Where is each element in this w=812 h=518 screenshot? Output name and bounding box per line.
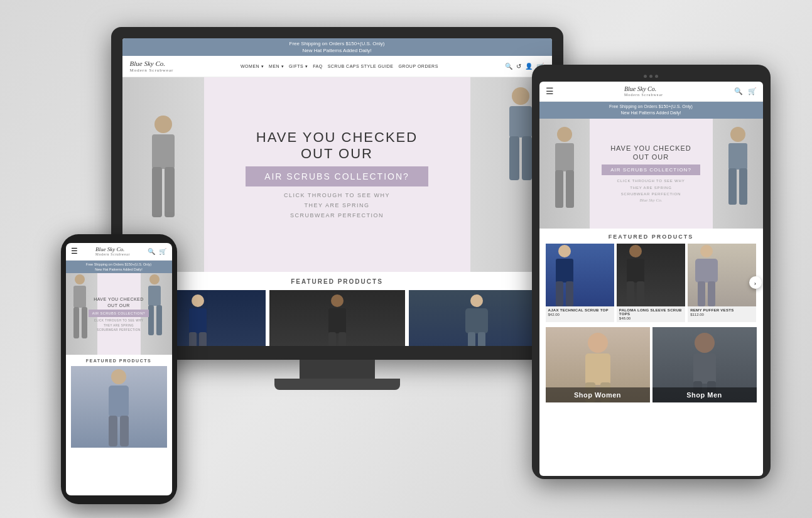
desktop-nav-links: WOMEN ▾ MEN ▾ GIFTS ▾ FAQ SCRUB CAPS STY… [241, 64, 438, 69]
tablet-product-price-2: $48.00 [617, 316, 685, 322]
tablet-logo-watermark: Blue Sky Co. [602, 198, 700, 203]
desktop-featured-title: FEATURED PRODUCTS [130, 278, 544, 285]
phone-hero-title: HAVE YOU CHECKED OUT OUR [89, 296, 149, 309]
tablet-next-arrow[interactable]: › [749, 276, 762, 289]
svg-rect-11 [199, 332, 207, 345]
svg-rect-25 [728, 143, 747, 170]
nav-faq[interactable]: FAQ [313, 64, 323, 69]
svg-rect-22 [555, 170, 563, 208]
phone-hero-content: HAVE YOU CHECKED OUT OUR AIR SCRUBS COLL… [86, 296, 151, 332]
svg-point-20 [557, 127, 572, 142]
svg-rect-37 [695, 259, 718, 283]
tablet-shop-men-card[interactable]: Shop Men [652, 327, 757, 402]
tablet-product-card-2[interactable]: PALOMA LONG SLEEVE SCRUB TOPS $48.00 [617, 244, 685, 322]
svg-point-16 [470, 294, 483, 307]
tablet-search-icon[interactable]: 🔍 [734, 87, 743, 95]
svg-point-44 [695, 333, 715, 353]
phone-nav: ☰ Blue Sky Co. Modern Scrubwear 🔍 🛒 [66, 243, 172, 261]
svg-point-0 [154, 116, 172, 133]
phone-hamburger-icon[interactable]: ☰ [71, 247, 78, 256]
tablet-product-name-1: AJAX TECHNICAL SCRUB TOP [546, 306, 614, 313]
svg-rect-19 [478, 332, 485, 345]
phone-cart-icon[interactable]: 🛒 [159, 248, 166, 255]
tablet-hero-content: HAVE YOU CHECKED OUT OUR AIR SCRUBS COLL… [595, 144, 706, 203]
tablet-hamburger-icon[interactable]: ☰ [546, 86, 554, 97]
phone-hero: HAVE YOU CHECKED OUT OUR AIR SCRUBS COLL… [66, 273, 172, 355]
tablet-shop-row: Shop Women Shop Men [546, 327, 757, 402]
svg-rect-6 [509, 136, 519, 180]
phone-search-icon[interactable]: 🔍 [148, 248, 155, 255]
svg-point-12 [331, 294, 344, 307]
desktop-monitor: Free Shipping on Orders $150+(U.S. Only)… [111, 27, 563, 404]
svg-rect-41 [585, 353, 610, 385]
tablet-featured-title: FEATURED PRODUCTS [546, 234, 757, 240]
tablet-product-price-3: $112.00 [688, 313, 756, 318]
tablet-hero-title: HAVE YOU CHECKED OUT OUR [602, 144, 700, 162]
svg-rect-10 [189, 332, 197, 345]
tablet-hero: HAVE YOU CHECKED OUT OUR AIR SCRUBS COLL… [539, 119, 763, 229]
tablet-featured-section: FEATURED PRODUCTS [539, 229, 763, 407]
svg-rect-9 [189, 308, 207, 333]
tablet-shop-women-label: Shop Women [546, 387, 650, 402]
desktop-product-card-2[interactable] [269, 290, 405, 345]
svg-rect-35 [637, 281, 644, 306]
phone-hero-box[interactable]: AIR SCRUBS COLLECTION? [89, 310, 149, 317]
nav-scrub-caps[interactable]: SCRUB CAPS STYLE GUIDE [328, 64, 394, 69]
monitor-base [274, 379, 400, 390]
tablet-camera [539, 75, 763, 78]
svg-point-4 [512, 87, 529, 105]
tablet-shop-women-card[interactable]: Shop Women [546, 327, 650, 402]
tablet-product-card-1[interactable]: AJAX TECHNICAL SCRUB TOP $42.00 [546, 244, 614, 322]
desktop-banner: Free Shipping on Orders $150+(U.S. Only)… [122, 38, 552, 56]
svg-point-32 [629, 245, 642, 257]
hero-subtitle: CLICK THROUGH TO SEE WHY THEY ARE SPRING… [246, 190, 428, 221]
svg-rect-5 [509, 106, 532, 138]
nav-gifts[interactable]: GIFTS ▾ [289, 64, 308, 69]
svg-point-40 [588, 333, 608, 353]
svg-rect-23 [566, 170, 574, 208]
svg-rect-17 [465, 308, 488, 333]
hero-collection-text: AIR SCRUBS COLLECTION? [264, 171, 409, 181]
tablet-product-name-2: PALOMA LONG SLEEVE SCRUB TOPS [617, 306, 685, 316]
desktop-nav: Blue Sky Co. Modern Scrubwear WOMEN ▾ ME… [122, 56, 552, 78]
svg-rect-7 [522, 136, 532, 180]
svg-rect-1 [152, 134, 175, 169]
tablet-hero-model-left [539, 119, 590, 229]
desktop-hero: HAVE YOU CHECKED OUT OUR AIR SCRUBS COLL… [122, 77, 552, 272]
hero-collection-box[interactable]: AIR SCRUBS COLLECTION? [246, 166, 428, 186]
svg-point-56 [111, 369, 126, 384]
desktop-product-card-3[interactable] [409, 290, 544, 345]
tablet-banner: Free Shipping on Orders $150+(U.S. Only)… [539, 102, 763, 119]
phone-product-card-big[interactable] [71, 366, 167, 448]
monitor-stand [300, 360, 375, 379]
desktop-product-row [130, 290, 544, 345]
svg-rect-14 [328, 332, 336, 345]
svg-rect-31 [566, 281, 573, 306]
svg-rect-57 [109, 386, 129, 417]
phone-screen: ☰ Blue Sky Co. Modern Scrubwear 🔍 🛒 Free… [66, 243, 172, 495]
svg-point-52 [149, 274, 160, 284]
svg-rect-50 [73, 307, 79, 338]
scene: Free Shipping on Orders $150+(U.S. Only)… [30, 14, 783, 504]
nav-group-orders[interactable]: GROUP ORDERS [398, 64, 438, 69]
tablet-nav-icons: 🔍 🛒 [734, 87, 757, 95]
refresh-icon[interactable]: ↺ [516, 63, 521, 70]
tablet-product-row: AJAX TECHNICAL SCRUB TOP $42.00 [546, 244, 757, 322]
tablet-hero-box[interactable]: AIR SCRUBS COLLECTION? [602, 165, 700, 175]
phone-featured-title: FEATURED PRODUCTS [71, 359, 167, 363]
tablet-hero-subtitle: CLICK THROUGH TO SEE WHY THEY ARE SPRING… [602, 178, 700, 198]
svg-rect-34 [627, 281, 634, 306]
tablet-device: ☰ Blue Sky Co. Modern Scrubwear 🔍 🛒 Free… [532, 65, 771, 479]
svg-rect-59 [120, 416, 129, 446]
nav-women[interactable]: WOMEN ▾ [241, 64, 264, 69]
phone-device: ☰ Blue Sky Co. Modern Scrubwear 🔍 🛒 Free… [61, 234, 177, 504]
nav-men[interactable]: MEN ▾ [269, 64, 284, 69]
svg-rect-55 [156, 305, 162, 335]
tablet-nav: ☰ Blue Sky Co. Modern Scrubwear 🔍 🛒 [539, 82, 763, 102]
svg-rect-13 [328, 308, 346, 333]
svg-rect-26 [728, 168, 737, 205]
svg-point-24 [730, 127, 745, 142]
tablet-product-card-3[interactable]: REMY PUFFER VESTS $112.00 [688, 244, 756, 322]
search-icon[interactable]: 🔍 [505, 63, 512, 70]
tablet-cart-icon[interactable]: 🛒 [748, 87, 757, 95]
